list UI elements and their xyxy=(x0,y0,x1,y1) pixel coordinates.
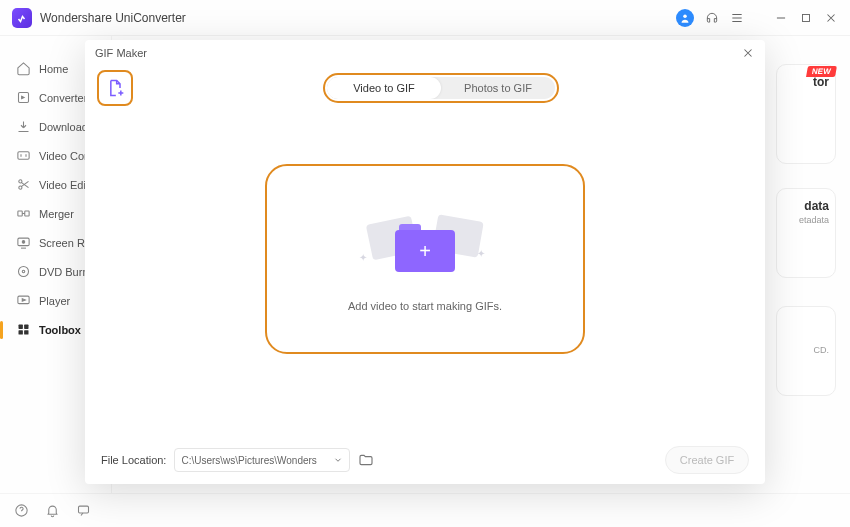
sidebar-item-label: Toolbox xyxy=(39,324,81,336)
sidebar-item-label: Home xyxy=(39,63,68,75)
browse-folder-icon[interactable] xyxy=(358,452,374,468)
drop-message: Add video to start making GIFs. xyxy=(348,300,502,312)
card-subtitle: etadata xyxy=(783,215,829,225)
svg-point-10 xyxy=(19,267,29,277)
svg-rect-1 xyxy=(803,14,810,21)
file-location-select[interactable]: C:\Users\ws\Pictures\Wonders xyxy=(174,448,350,472)
svg-point-4 xyxy=(19,180,22,183)
close-window-icon[interactable] xyxy=(824,11,838,25)
toolbox-icon xyxy=(16,322,31,337)
menu-icon[interactable] xyxy=(730,11,744,25)
help-icon[interactable] xyxy=(14,503,29,518)
recorder-icon xyxy=(16,235,31,250)
svg-rect-15 xyxy=(19,330,23,334)
modal-title: GIF Maker xyxy=(95,47,147,59)
svg-rect-13 xyxy=(19,325,23,329)
app-title: Wondershare UniConverter xyxy=(40,11,676,25)
tool-card-3[interactable]: CD. xyxy=(776,306,836,396)
scissors-icon xyxy=(16,177,31,192)
download-icon xyxy=(16,119,31,134)
merger-icon xyxy=(16,206,31,221)
bell-icon[interactable] xyxy=(45,503,60,518)
svg-point-9 xyxy=(22,241,25,244)
svg-point-5 xyxy=(19,186,22,189)
minimize-icon[interactable] xyxy=(774,11,788,25)
card-subtitle: CD. xyxy=(783,345,829,355)
converter-icon xyxy=(16,90,31,105)
sidebar-item-label: Converter xyxy=(39,92,87,104)
statusbar xyxy=(0,493,850,527)
gif-maker-modal: GIF Maker Video to GIF Photos to GIF ✦ ✦ xyxy=(85,40,765,484)
support-icon[interactable] xyxy=(705,11,719,25)
new-badge: NEW xyxy=(806,66,837,77)
add-folder-icon: + xyxy=(395,224,455,272)
tab-video-to-gif[interactable]: Video to GIF xyxy=(327,77,441,99)
file-location-value: C:\Users\ws\Pictures\Wonders xyxy=(181,455,316,466)
sidebar-item-label: Player xyxy=(39,295,70,307)
mode-segment-highlight: Video to GIF Photos to GIF xyxy=(323,73,559,103)
svg-rect-6 xyxy=(18,211,22,216)
svg-point-0 xyxy=(683,14,687,18)
feedback-icon[interactable] xyxy=(76,503,91,518)
mode-segment: Video to GIF Photos to GIF xyxy=(327,77,555,99)
tool-card-2[interactable]: data etadata xyxy=(776,188,836,278)
tab-photos-to-gif[interactable]: Photos to GIF xyxy=(441,77,555,99)
app-logo-icon xyxy=(12,8,32,28)
maximize-icon[interactable] xyxy=(799,11,813,25)
disc-icon xyxy=(16,264,31,279)
card-title: tor xyxy=(783,75,829,89)
titlebar: Wondershare UniConverter xyxy=(0,0,850,36)
home-icon xyxy=(16,61,31,76)
svg-rect-14 xyxy=(24,325,28,329)
svg-rect-18 xyxy=(79,506,89,513)
add-file-button[interactable] xyxy=(97,70,133,106)
compressor-icon xyxy=(16,148,31,163)
tool-card-1[interactable]: tor xyxy=(776,64,836,164)
drop-zone[interactable]: ✦ ✦ + Add video to start making GIFs. xyxy=(265,164,585,354)
file-location-label: File Location: xyxy=(101,454,166,466)
user-avatar-icon[interactable] xyxy=(676,9,694,27)
card-title: data xyxy=(783,199,829,213)
svg-rect-16 xyxy=(24,330,28,334)
svg-rect-3 xyxy=(18,152,29,160)
folder-illustration: ✦ ✦ + xyxy=(365,206,485,286)
create-gif-button[interactable]: Create GIF xyxy=(665,446,749,474)
close-icon[interactable] xyxy=(741,46,755,60)
chevron-down-icon xyxy=(333,455,343,465)
svg-rect-7 xyxy=(25,211,29,216)
sidebar-item-label: Merger xyxy=(39,208,74,220)
svg-point-11 xyxy=(22,270,25,273)
player-icon xyxy=(16,293,31,308)
